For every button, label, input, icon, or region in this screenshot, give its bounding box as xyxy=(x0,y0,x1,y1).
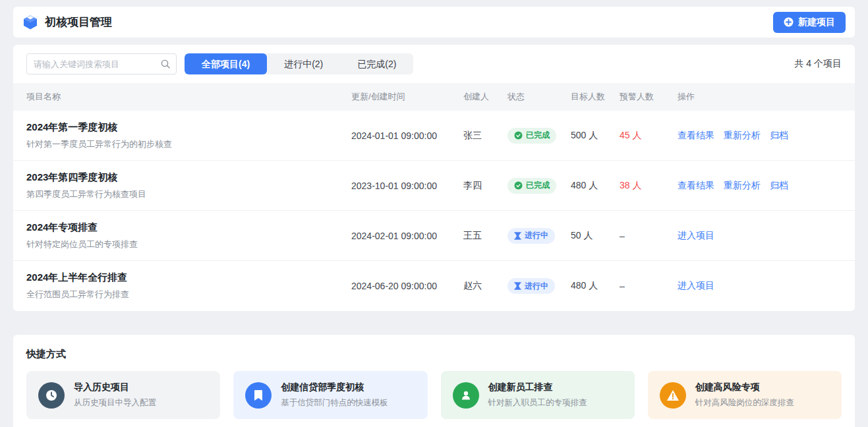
shortcut-text: 创建高风险专项 针对高风险岗位的深度排查 xyxy=(695,382,794,409)
project-name-cell: 2023年第四季度初核 第四季度员工异常行为核查项目 xyxy=(26,171,351,200)
col-target: 目标人数 xyxy=(571,91,620,103)
project-description: 针对特定岗位员工的专项排查 xyxy=(26,239,351,250)
status-label: 已完成 xyxy=(526,130,550,141)
target-cell: 50 人 xyxy=(571,230,620,242)
status-cell: 进行中 xyxy=(507,278,571,294)
shortcut-text: 创建信贷部季度初核 基于信贷部门特点的快速模板 xyxy=(281,382,388,409)
target-cell: 480 人 xyxy=(571,280,620,292)
col-actions: 操作 xyxy=(678,91,855,103)
shortcut-description: 针对新入职员工的专项排查 xyxy=(488,397,587,409)
shortcut-new-employee-check[interactable]: 创建新员工排查 针对新入职员工的专项排查 xyxy=(441,371,635,419)
shortcut-description: 针对高风险岗位的深度排查 xyxy=(695,397,794,409)
shortcut-title: 导入历史项目 xyxy=(74,382,156,393)
archive-link[interactable]: 归档 xyxy=(770,130,788,142)
col-warning: 预警人数 xyxy=(620,91,678,103)
project-title: 2024年上半年全行排查 xyxy=(26,271,351,284)
actions-cell: 进入项目 xyxy=(678,230,855,242)
shortcut-description: 从历史项目中导入配置 xyxy=(74,397,156,409)
time-cell: 2024-06-20 09:00:00 xyxy=(351,281,463,291)
total-count: 共 4 个项目 xyxy=(794,58,842,70)
col-project-name: 项目名称 xyxy=(26,91,351,103)
actions-cell: 进入项目 xyxy=(678,280,855,292)
project-description: 全行范围员工异常行为排查 xyxy=(26,289,351,300)
table-row: 2023年第四季度初核 第四季度员工异常行为核查项目 2023-10-01 09… xyxy=(13,161,855,211)
time-cell: 2023-10-01 09:00:00 xyxy=(351,181,463,191)
warning-cell: – xyxy=(620,281,678,291)
project-title: 2024年第一季度初核 xyxy=(26,121,351,134)
project-list-card: 全部项目(4) 进行中(2) 已完成(2) 共 4 个项目 项目名称 更新/创建… xyxy=(13,45,855,311)
shortcuts-title: 快捷方式 xyxy=(26,348,842,360)
check-circle-icon xyxy=(514,131,523,140)
tab-in-progress[interactable]: 进行中(2) xyxy=(267,53,340,74)
target-cell: 480 人 xyxy=(571,180,620,192)
hourglass-icon xyxy=(514,282,521,290)
page-header: 初核项目管理 新建项目 xyxy=(13,7,855,38)
table-row: 2024年第一季度初核 针对第一季度员工异常行为的初步核查 2024-01-01… xyxy=(13,111,855,161)
actions-cell: 查看结果 重新分析 归档 xyxy=(678,130,855,142)
creator-cell: 李四 xyxy=(463,180,507,192)
status-badge: 进行中 xyxy=(507,228,555,244)
table-header: 项目名称 更新/创建时间 创建人 状态 目标人数 预警人数 操作 xyxy=(13,83,855,111)
bookmark-icon xyxy=(245,382,272,409)
new-project-label: 新建项目 xyxy=(798,16,835,28)
search-icon xyxy=(160,59,171,69)
creator-cell: 王五 xyxy=(463,230,507,242)
app-cube-icon xyxy=(22,14,38,30)
shortcut-text: 导入历史项目 从历史项目中导入配置 xyxy=(74,382,156,409)
tab-all-projects[interactable]: 全部项目(4) xyxy=(185,53,267,74)
clock-icon xyxy=(38,382,65,409)
status-badge: 已完成 xyxy=(507,128,556,144)
target-cell: 500 人 xyxy=(571,130,620,142)
reanalyze-link[interactable]: 重新分析 xyxy=(724,130,761,142)
status-cell: 进行中 xyxy=(507,228,571,244)
status-cell: 已完成 xyxy=(507,178,571,194)
status-label: 进行中 xyxy=(525,230,548,241)
status-cell: 已完成 xyxy=(507,128,571,144)
table-row: 2024年专项排查 针对特定岗位员工的专项排查 2024-02-01 09:00… xyxy=(13,211,855,261)
toolbar: 全部项目(4) 进行中(2) 已完成(2) 共 4 个项目 xyxy=(13,45,855,83)
check-circle-icon xyxy=(514,181,523,190)
col-time: 更新/创建时间 xyxy=(351,91,463,103)
view-results-link[interactable]: 查看结果 xyxy=(678,130,714,142)
shortcut-high-risk-special[interactable]: 创建高风险专项 针对高风险岗位的深度排查 xyxy=(648,371,842,419)
project-description: 第四季度员工异常行为核查项目 xyxy=(26,188,351,200)
person-icon xyxy=(453,382,479,409)
tab-completed[interactable]: 已完成(2) xyxy=(340,53,413,74)
status-badge: 已完成 xyxy=(507,178,556,194)
project-name-cell: 2024年上半年全行排查 全行范围员工异常行为排查 xyxy=(26,271,351,300)
new-project-button[interactable]: 新建项目 xyxy=(773,12,846,33)
enter-project-link[interactable]: 进入项目 xyxy=(678,280,714,292)
view-results-link[interactable]: 查看结果 xyxy=(678,180,714,192)
archive-link[interactable]: 归档 xyxy=(770,180,788,192)
hourglass-icon xyxy=(514,232,521,240)
enter-project-link[interactable]: 进入项目 xyxy=(678,230,714,242)
status-label: 进行中 xyxy=(525,281,548,292)
actions-cell: 查看结果 重新分析 归档 xyxy=(678,180,855,192)
shortcut-description: 基于信贷部门特点的快速模板 xyxy=(281,397,388,409)
page-title: 初核项目管理 xyxy=(45,14,112,30)
table-row: 2024年上半年全行排查 全行范围员工异常行为排查 2024-06-20 09:… xyxy=(13,261,855,311)
shortcut-import-history[interactable]: 导入历史项目 从历史项目中导入配置 xyxy=(26,371,220,419)
plus-circle-icon xyxy=(784,17,794,27)
col-status: 状态 xyxy=(507,91,571,103)
project-title: 2024年专项排查 xyxy=(26,221,351,234)
time-cell: 2024-02-01 09:00:00 xyxy=(351,231,463,241)
project-name-cell: 2024年第一季度初核 针对第一季度员工异常行为的初步核查 xyxy=(26,121,351,150)
search-box xyxy=(26,53,177,74)
time-cell: 2024-01-01 09:00:00 xyxy=(351,130,463,141)
shortcut-credit-dept-review[interactable]: 创建信贷部季度初核 基于信贷部门特点的快速模板 xyxy=(233,371,427,419)
project-title: 2023年第四季度初核 xyxy=(26,171,351,184)
warning-cell: 45 人 xyxy=(620,130,678,142)
col-creator: 创建人 xyxy=(463,91,507,103)
shortcut-title: 创建信贷部季度初核 xyxy=(281,382,388,393)
filter-tabs: 全部项目(4) 进行中(2) 已完成(2) xyxy=(185,53,413,74)
status-label: 已完成 xyxy=(526,180,550,191)
shortcut-text: 创建新员工排查 针对新入职员工的专项排查 xyxy=(488,382,587,409)
shortcut-title: 创建新员工排查 xyxy=(488,382,587,393)
project-name-cell: 2024年专项排查 针对特定岗位员工的专项排查 xyxy=(26,221,351,250)
warning-cell: 38 人 xyxy=(620,180,678,192)
reanalyze-link[interactable]: 重新分析 xyxy=(724,180,761,192)
warning-cell: – xyxy=(620,231,678,241)
search-input[interactable] xyxy=(26,53,177,74)
warning-triangle-icon xyxy=(660,382,686,409)
